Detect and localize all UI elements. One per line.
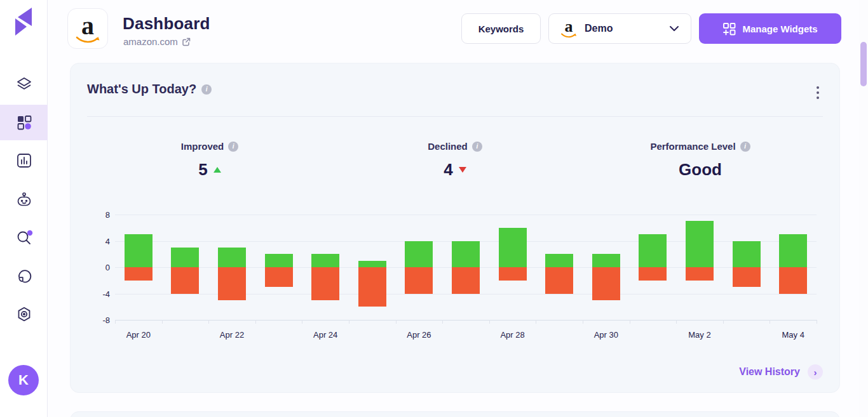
avatar-initial: K	[18, 372, 29, 388]
bar-group-apr-26[interactable]	[396, 215, 443, 320]
improved-bar[interactable]	[639, 234, 667, 267]
x-tick-mark	[302, 320, 302, 324]
improved-bar[interactable]	[171, 248, 199, 267]
bar-group-may-2[interactable]	[676, 215, 723, 320]
declined-bar[interactable]	[171, 267, 199, 294]
improved-bar[interactable]	[358, 261, 386, 267]
declined-bar[interactable]	[545, 267, 573, 294]
keywords-button[interactable]: Keywords	[461, 13, 541, 44]
x-tick-mark	[396, 320, 397, 324]
improved-bar[interactable]	[311, 254, 339, 267]
manage-widgets-button[interactable]: Manage Widgets	[699, 13, 841, 44]
info-icon[interactable]: i	[228, 142, 238, 152]
info-icon[interactable]: i	[740, 142, 750, 152]
stat-performance-value: Good	[679, 160, 722, 180]
bar-group-may-3[interactable]	[723, 215, 770, 320]
bar-chart-icon	[16, 152, 32, 169]
bar-group-may-1[interactable]	[630, 215, 677, 320]
declined-bar[interactable]	[358, 267, 386, 307]
bar-group-apr-23[interactable]	[255, 215, 302, 320]
improved-bar[interactable]	[733, 241, 761, 268]
layers-icon	[16, 76, 32, 93]
y-tick-label: -8	[102, 315, 110, 325]
x-tick-label: Apr 28	[489, 330, 536, 340]
stats-row: Improved i 5 Declined i 4	[87, 141, 823, 180]
stat-declined-value: 4	[444, 160, 452, 180]
stat-declined-label: Declined	[428, 141, 468, 152]
bar-group-apr-20[interactable]	[115, 215, 162, 320]
declined-bar[interactable]	[311, 267, 339, 300]
improved-bar[interactable]	[499, 228, 527, 267]
declined-bar[interactable]	[405, 267, 433, 294]
app-logo-icon[interactable]	[9, 5, 38, 38]
external-link-icon	[182, 37, 191, 46]
stat-declined: Declined i 4	[332, 141, 578, 180]
sidebar-item-search[interactable]	[0, 220, 48, 255]
improved-bar[interactable]	[452, 241, 480, 268]
chevron-down-icon	[669, 25, 679, 32]
settings-nut-icon	[16, 306, 32, 322]
site-link[interactable]: amazon.com	[123, 36, 191, 47]
improved-bar[interactable]	[218, 248, 246, 267]
declined-bar[interactable]	[452, 267, 480, 294]
widget-menu-kebab-icon[interactable]	[814, 84, 822, 102]
info-icon[interactable]: i	[472, 142, 482, 152]
improved-bar[interactable]	[265, 254, 293, 267]
sidebar-item-widgets[interactable]	[0, 105, 48, 140]
declined-bar[interactable]	[125, 267, 153, 281]
improved-bar[interactable]	[545, 254, 573, 267]
info-icon[interactable]: i	[201, 84, 212, 95]
sidebar-item-robot[interactable]	[0, 182, 48, 218]
sidebar-item-settings[interactable]	[0, 296, 48, 332]
widgets-icon	[16, 114, 32, 131]
scrollbar-thumb[interactable]	[860, 42, 867, 86]
x-tick-label: May 4	[770, 330, 817, 340]
bar-group-apr-27[interactable]	[442, 215, 489, 320]
stat-improved-value: 5	[198, 160, 207, 180]
bar-group-apr-30[interactable]	[583, 215, 630, 320]
sidebar-item-layers[interactable]	[0, 67, 48, 102]
app-screen: K a Dashboard amazon.com Keywords a	[0, 0, 868, 417]
declined-bar[interactable]	[592, 267, 620, 300]
manage-widgets-icon	[722, 22, 736, 36]
sidebar: K	[0, 0, 48, 417]
y-tick-label: 8	[105, 210, 110, 220]
improved-bar[interactable]	[779, 234, 807, 267]
divider	[87, 116, 823, 117]
bar-group-apr-21[interactable]	[162, 215, 209, 320]
declined-bar[interactable]	[779, 267, 807, 294]
declined-bar[interactable]	[265, 267, 293, 287]
bar-group-apr-29[interactable]	[536, 215, 583, 320]
x-tick-mark	[442, 320, 443, 324]
improved-bar[interactable]	[592, 254, 620, 267]
view-history-link[interactable]: View History ›	[739, 364, 823, 380]
bar-group-apr-25[interactable]	[349, 215, 396, 320]
bar-group-apr-24[interactable]	[302, 215, 349, 320]
pie-chart-icon	[16, 268, 32, 284]
sidebar-item-share-of-voice[interactable]	[0, 258, 48, 294]
y-tick-label: 0	[105, 263, 110, 272]
x-tick-mark	[255, 320, 256, 324]
improved-bar[interactable]	[125, 234, 153, 267]
notification-dot	[27, 230, 32, 235]
declined-bar[interactable]	[218, 267, 246, 300]
scrollbar-track[interactable]	[859, 0, 868, 417]
project-selector[interactable]: a Demo	[548, 13, 691, 44]
trend-down-icon	[459, 167, 466, 173]
sidebar-item-analytics[interactable]	[0, 143, 48, 178]
bar-group-may-4[interactable]	[770, 215, 817, 320]
site-logo-card: a	[67, 8, 108, 49]
bar-group-apr-22[interactable]	[208, 215, 255, 320]
declined-bar[interactable]	[499, 267, 527, 281]
chart-y-axis: 840-4-8	[87, 215, 110, 320]
declined-bar[interactable]	[686, 267, 714, 281]
declined-bar[interactable]	[733, 267, 761, 287]
user-avatar[interactable]: K	[8, 365, 39, 395]
improved-bar[interactable]	[405, 241, 433, 268]
bar-group-apr-28[interactable]	[489, 215, 536, 320]
page-title: Dashboard	[123, 14, 210, 34]
improved-bar[interactable]	[686, 221, 714, 267]
declined-bar[interactable]	[639, 267, 667, 281]
x-tick-mark	[349, 320, 349, 324]
stat-improved-label: Improved	[181, 141, 224, 152]
